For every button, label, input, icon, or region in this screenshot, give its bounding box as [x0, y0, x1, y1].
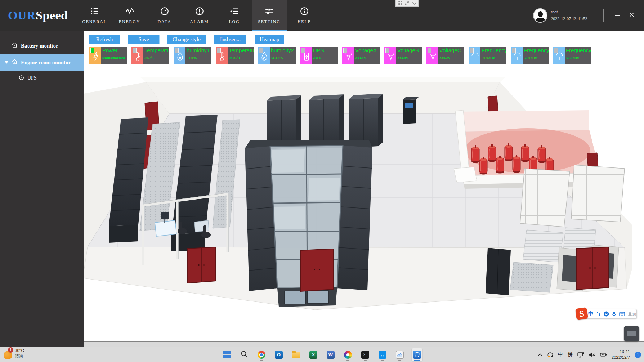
sidebar-item-label: Battery monitor: [21, 43, 58, 49]
sensor-badge-voltage-a[interactable]: VoltageA233.4V: [342, 47, 380, 64]
tab-setting[interactable]: SETTING: [252, 0, 287, 31]
change-style-button[interactable]: Change style: [167, 35, 206, 44]
find-sensor-button[interactable]: find sen...: [214, 35, 246, 44]
log-icon: [230, 6, 239, 16]
tray-sync-icon[interactable]: [547, 352, 553, 358]
task-manager-button[interactable]: [394, 348, 405, 361]
tray-volume-muted-icon[interactable]: [589, 352, 595, 357]
sensor-badge-temperature-1[interactable]: Temperature26.7°C: [131, 47, 169, 64]
floating-tool-widget[interactable]: [624, 326, 639, 341]
app-topbar: OURSpeed GENERAL ENERGY DATA ALARM LOG S…: [0, 0, 644, 31]
terminal-button[interactable]: [360, 348, 371, 361]
sensor-badge-frequency-2[interactable]: Frequency50.02Hz: [511, 47, 549, 64]
tab-energy[interactable]: ENERGY: [112, 0, 147, 31]
sidebar-item-engine-room-monitor[interactable]: Engine room monitor: [0, 54, 84, 71]
microphone-icon[interactable]: [612, 311, 616, 317]
shield-icon: [413, 351, 421, 359]
word-button[interactable]: [325, 348, 336, 361]
ime-lang-toggle[interactable]: 中: [588, 310, 594, 317]
tab-data[interactable]: DATA: [147, 0, 182, 31]
expanded-arrow-icon: [5, 61, 8, 64]
tray-ime-mode[interactable]: 拼: [568, 352, 573, 358]
emoji-icon[interactable]: [604, 311, 609, 317]
tab-label: HELP: [298, 19, 311, 24]
droplet-icon: [174, 47, 185, 64]
tab-general[interactable]: GENERAL: [77, 0, 112, 31]
monitoring-app-button[interactable]: [412, 348, 422, 361]
weather-alert-badge: 1: [8, 347, 13, 353]
sensor-badge-humidity-2[interactable]: humidity251.17%: [258, 47, 296, 64]
search-button[interactable]: [239, 348, 250, 361]
tab-help[interactable]: HELP: [287, 0, 322, 31]
file-explorer-button[interactable]: [291, 348, 301, 361]
sidebar: Battery monitor Engine room monitor UPS: [0, 31, 84, 347]
sensor-badge-power[interactable]: Powerstatus:normal: [89, 47, 127, 64]
thermometer-icon: [131, 47, 143, 64]
tray-chevron-icon[interactable]: [538, 353, 542, 356]
windows-logo-icon: [223, 351, 231, 358]
user-name: root: [551, 9, 587, 15]
heatmap-button[interactable]: Heatmap: [254, 35, 285, 44]
punctuation-icon[interactable]: [596, 312, 601, 316]
weather-temperature: 30°C: [15, 348, 24, 354]
tab-label: ALARM: [190, 19, 209, 24]
tray-clock[interactable]: 13:41 2022/12/7: [612, 349, 630, 360]
sensor-badge-voltage-c[interactable]: VoltageC234.2V: [426, 47, 464, 64]
expand-icon[interactable]: [405, 0, 409, 6]
excel-button[interactable]: [308, 348, 319, 361]
sensor-label: Power: [102, 47, 127, 53]
chrome-button[interactable]: [256, 348, 267, 361]
engine-room-3d-scene[interactable]: [84, 65, 644, 341]
sensor-badge-humidity-1[interactable]: humidity151.9%: [174, 47, 211, 64]
tab-log[interactable]: LOG: [217, 0, 252, 31]
sidebar-item-ups[interactable]: UPS: [0, 71, 84, 86]
sensor-badge-frequency-3[interactable]: Frequency50.02Hz: [553, 47, 591, 64]
sensor-value: 50.02Hz: [482, 56, 506, 60]
save-button[interactable]: Save: [128, 35, 160, 44]
voltage-meter-icon: [426, 47, 438, 64]
chrome-icon: [258, 351, 265, 359]
sensor-badge-frequency-1[interactable]: Frequency50.02Hz: [469, 47, 506, 64]
sidebar-item-battery-monitor[interactable]: Battery monitor: [0, 37, 84, 54]
outlook-icon: [275, 351, 283, 359]
sensor-badge-temperature-2[interactable]: Temperature26.85°C: [216, 47, 254, 64]
refresh-button[interactable]: Refresh: [89, 35, 120, 44]
sensor-badge-voltage-b[interactable]: VoltageB233.4V: [384, 47, 422, 64]
sogou-logo-icon[interactable]: S: [575, 307, 588, 320]
tray-power-icon[interactable]: [600, 352, 607, 357]
thermometer-icon: [216, 47, 228, 64]
tray-display-icon[interactable]: [577, 352, 584, 358]
frequency-meter-icon: [511, 47, 523, 64]
tray-ime-language[interactable]: 中: [558, 352, 563, 358]
home-icon: [12, 42, 21, 49]
user-avatar[interactable]: [533, 8, 547, 23]
close-button[interactable]: [625, 6, 639, 25]
weather-widget[interactable]: 1 30°C 晴朗: [4, 348, 24, 359]
chevron-down-icon[interactable]: [412, 0, 417, 6]
notification-badge[interactable]: 1: [635, 352, 641, 358]
photos-button[interactable]: [343, 348, 353, 361]
teamviewer-icon: [379, 351, 386, 359]
teamviewer-button[interactable]: [377, 348, 388, 361]
tray-date: 2022/12/7: [612, 355, 630, 361]
user-count-icon[interactable]: 10: [628, 312, 636, 316]
task-manager-icon: [396, 351, 404, 359]
capture-mini-toolbar: [395, 0, 419, 7]
frequency-meter-icon: [553, 47, 565, 64]
minimize-button[interactable]: [610, 6, 625, 25]
sensor-value: 26.7°C: [144, 56, 169, 60]
voltage-meter-icon: [384, 47, 396, 64]
start-button[interactable]: [222, 348, 232, 361]
close-icon: [629, 12, 635, 19]
sensor-label: humidity2: [271, 47, 296, 53]
windows-taskbar: 1 30°C 晴朗 中 拼 13:41 2022/12/7 1: [0, 347, 644, 362]
keyboard-icon[interactable]: [619, 312, 625, 316]
sensor-value: status:normal: [102, 56, 127, 60]
minimize-icon: [615, 15, 620, 16]
outlook-button[interactable]: [273, 348, 284, 361]
droplet-icon: [258, 47, 270, 64]
tab-alarm[interactable]: ALARM: [182, 0, 217, 31]
alert-icon: [195, 6, 204, 16]
grid-icon[interactable]: [398, 0, 402, 6]
sensor-badge-ups[interactable]: UPS231V: [300, 47, 338, 64]
